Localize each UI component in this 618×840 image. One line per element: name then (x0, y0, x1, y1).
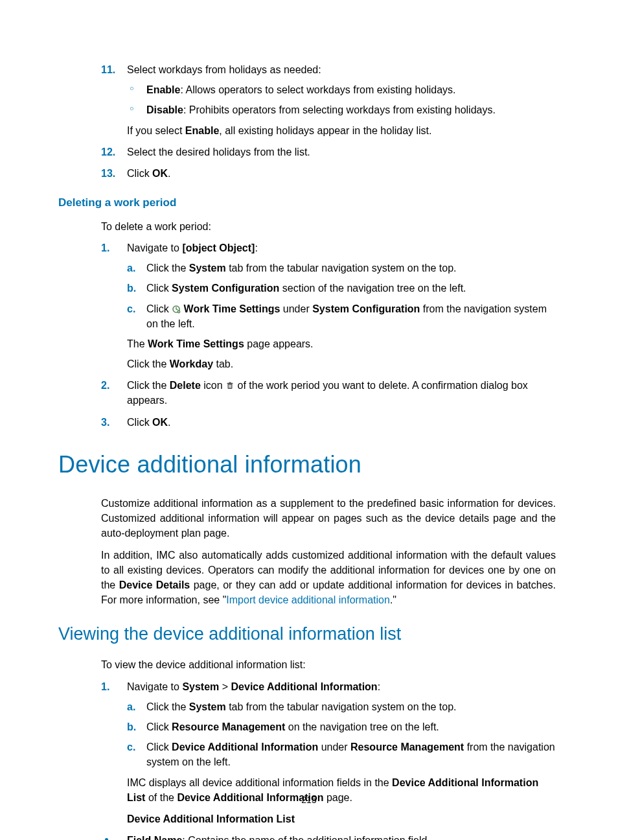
list-marker: b. (127, 719, 136, 734)
text-bold: Device Additional Information (231, 681, 378, 692)
heading-device-additional-information: Device additional information (58, 448, 556, 482)
list-marker: 2. (101, 378, 122, 393)
text-bold: OK (152, 417, 168, 428)
text-bold: Resource Management (350, 741, 464, 752)
text-bold: Delete (170, 380, 201, 391)
heading-deleting-work-period: Deleting a work period (58, 195, 556, 211)
step-2: 2. Click the Delete icon of the work per… (101, 378, 556, 408)
text: The (127, 338, 148, 349)
text-bold: Workday (170, 358, 213, 369)
step-1: 1. Navigate to System > Device Additiona… (101, 679, 556, 805)
intro-text: To delete a work period: (101, 219, 556, 234)
svg-rect-5 (229, 385, 229, 388)
option-list: Enable: Allows operators to select workd… (127, 82, 556, 117)
text: . (168, 417, 170, 428)
paragraph: Customize additional information as a su… (101, 496, 556, 541)
text-bold: System (189, 262, 226, 274)
intro-text: To view the device additional informatio… (101, 657, 556, 672)
text-bold: Enable (185, 125, 219, 136)
text-bold: Device Additional Information (172, 741, 318, 752)
text-bold: OK (152, 168, 168, 179)
text-bold: [object Object] (182, 242, 255, 253)
bulleted-list: Field Name: Contains the name of the add… (101, 833, 556, 840)
text: under (318, 741, 350, 752)
numbered-list-deleting: 1. Navigate to [object Object]: a. Click… (58, 240, 556, 430)
text: Click the (146, 262, 189, 274)
list-marker: 12. (101, 145, 122, 159)
page-number: 215 (0, 793, 618, 806)
link-import-device-additional-information[interactable]: Import device additional information (226, 594, 390, 605)
text: , all existing holidays appear in the ho… (219, 125, 431, 136)
text: Click (127, 417, 152, 428)
text: : Contains the name of the additional in… (182, 835, 429, 840)
substep-a: a. Click the System tab from the tabular… (127, 261, 556, 275)
label-text: : Prohibits operators from selecting wor… (183, 104, 496, 115)
delete-icon (225, 379, 235, 388)
text-bold: System (182, 681, 219, 692)
text: Click (127, 168, 152, 179)
text: : (255, 242, 257, 253)
text-bold: System Configuration (172, 283, 279, 294)
text: IMC displays all device additional infor… (127, 777, 392, 788)
text: Click (146, 303, 172, 314)
substep-c: c. Click Device Additional Information u… (127, 740, 556, 769)
numbered-list-top: 11. Select workdays from holidays as nee… (58, 62, 556, 181)
numbered-list-viewing: 1. Navigate to System > Device Additiona… (58, 679, 556, 805)
step-1: 1. Navigate to [object Object]: a. Click… (101, 240, 556, 371)
step-11: 11. Select workdays from holidays as nee… (101, 62, 556, 138)
svg-rect-6 (230, 385, 231, 388)
label-bold: Disable (146, 104, 183, 115)
list-marker: a. (127, 699, 135, 714)
text: ." (390, 594, 396, 605)
list-marker: b. (127, 281, 136, 296)
text: on the navigation tree on the left. (285, 721, 439, 732)
work-time-icon (172, 303, 181, 312)
text: Click (146, 721, 172, 732)
substep-b: b. Click Resource Management on the navi… (127, 719, 556, 734)
step-text: Select the desired holidays from the lis… (127, 146, 310, 158)
text: icon (201, 380, 225, 391)
list-marker: 3. (101, 415, 122, 430)
label-text: : Allows operators to select workdays fr… (180, 84, 455, 95)
list-marker: c. (127, 301, 135, 316)
list-marker: 1. (101, 240, 122, 255)
svg-rect-4 (229, 382, 231, 384)
list-marker: 11. (101, 62, 122, 77)
text: Navigate to (127, 242, 182, 253)
text: If you select (127, 125, 185, 136)
text: under (280, 303, 312, 314)
alpha-list: a. Click the System tab from the tabular… (127, 699, 556, 770)
heading-viewing-list: Viewing the device additional informatio… (58, 622, 556, 647)
substep-c: c. Click Work Time Settings under System… (127, 301, 556, 331)
text-bold: Field Name (127, 835, 182, 840)
option-disable: Disable: Prohibits operators from select… (127, 102, 556, 117)
text-bold: Device Details (119, 579, 190, 590)
text-bold: Work Time Settings (148, 338, 244, 349)
text: : (378, 681, 380, 692)
text-bold: Work Time Settings (184, 303, 280, 314)
text: section of the navigation tree on the le… (279, 283, 466, 294)
text: Click (146, 283, 172, 294)
step-text: Select workdays from holidays as needed: (127, 64, 321, 75)
text-bold: System (189, 701, 226, 712)
step-note: If you select Enable, all existing holid… (127, 123, 556, 138)
text: tab from the tabular navigation system o… (226, 262, 457, 274)
step-12: 12. Select the desired holidays from the… (101, 145, 556, 159)
label-bold: Enable (146, 84, 180, 95)
text: Click (146, 741, 172, 752)
text: . (168, 168, 170, 179)
document-page: 11. Select workdays from holidays as nee… (0, 0, 618, 840)
step-3: 3. Click OK. (101, 415, 556, 430)
text-bold: System Configuration (312, 303, 420, 314)
step-followup: Click the Workday tab. (127, 356, 556, 371)
text: page appears. (244, 338, 314, 349)
list-marker: 1. (101, 679, 122, 694)
substep-b: b. Click System Configuration section of… (127, 281, 556, 296)
text: Click the (127, 358, 170, 369)
text: Navigate to (127, 681, 182, 692)
paragraph: In addition, IMC also automatically adds… (101, 548, 556, 608)
text: Click the (146, 701, 189, 712)
list-marker: c. (127, 740, 135, 754)
list-marker: 13. (101, 166, 122, 181)
text: tab. (213, 358, 233, 369)
